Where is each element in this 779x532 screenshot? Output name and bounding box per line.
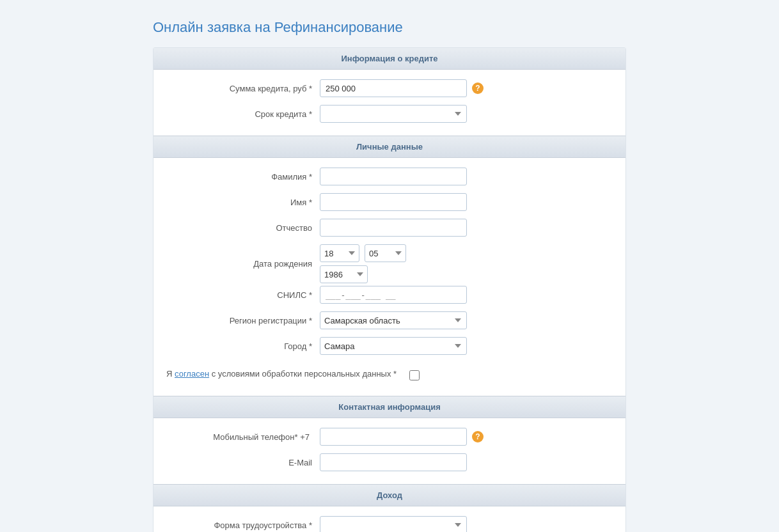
first-name-input[interactable] [320, 193, 467, 211]
credit-term-select[interactable]: 12 месяцев 24 месяца 36 месяцев 48 месяц… [320, 105, 467, 123]
region-row: Регион регистрации * Самарская область М… [153, 311, 626, 329]
email-label: E-Mail [166, 458, 320, 467]
consent-prefix: Я [166, 369, 175, 379]
credit-amount-input[interactable] [320, 79, 467, 97]
phone-input-wrap [320, 428, 467, 446]
email-input[interactable] [320, 453, 467, 471]
application-form: Информация о кредите Сумма кредита, руб … [153, 47, 626, 532]
employment-select[interactable]: Наемный работник Самозанятый Владелец би… [320, 516, 467, 532]
phone-input[interactable] [320, 428, 467, 446]
first-name-row: Имя * [153, 193, 626, 211]
phone-row: Мобильный телефон* +7 ? [153, 428, 626, 446]
email-row: E-Mail [153, 453, 626, 471]
credit-amount-help-icon[interactable]: ? [472, 82, 484, 94]
consent-checkbox[interactable] [409, 370, 420, 380]
city-select[interactable]: Самара Тольятти [320, 337, 467, 355]
middle-name-label: Отчество [166, 223, 320, 233]
last-name-row: Фамилия * [153, 168, 626, 185]
region-label: Регион регистрации * [166, 316, 320, 325]
dob-month-select[interactable]: 05 010203 040607 080910 1112 [365, 244, 406, 262]
first-name-label: Имя * [166, 198, 320, 207]
snils-input[interactable] [320, 286, 467, 304]
consent-row: Я согласен с условиями обработки персона… [153, 363, 626, 387]
page-title: Онлайн заявка на Рефинансирование [153, 19, 626, 36]
dob-selects: 18 123 456 789 101112 131415 1617 1920 2… [320, 244, 406, 283]
snils-row: СНИЛС * [153, 286, 626, 304]
dob-day-select[interactable]: 18 123 456 789 101112 131415 1617 1920 2… [320, 244, 359, 262]
dob-label: Дата рождения [166, 259, 320, 269]
region-select[interactable]: Самарская область Москва Санкт-Петербург [320, 311, 467, 329]
consent-suffix: с условиями обработки персональных данны… [209, 369, 397, 379]
city-row: Город * Самара Тольятти [153, 337, 626, 355]
section-income: Доход [153, 484, 626, 506]
dob-year-select[interactable]: 1986 19501960 19701980 19902000 [320, 265, 368, 283]
credit-amount-row: Сумма кредита, руб * ? [153, 79, 626, 97]
employment-label: Форма трудоустройства * [166, 520, 320, 530]
section-contact-info: Контактная информация [153, 396, 626, 418]
city-label: Город * [166, 341, 320, 351]
last-name-label: Фамилия * [166, 172, 320, 182]
credit-term-label: Срок кредита * [166, 109, 320, 119]
dob-year-row: 1986 19501960 19701980 19902000 [320, 265, 406, 283]
phone-label: Мобильный телефон* +7 [166, 432, 320, 442]
credit-term-row: Срок кредита * 12 месяцев 24 месяца 36 м… [153, 105, 626, 123]
last-name-input[interactable] [320, 168, 467, 185]
phone-help-icon[interactable]: ? [472, 431, 484, 442]
consent-text: Я согласен с условиями обработки персона… [166, 369, 404, 379]
consent-link[interactable]: согласен [175, 369, 209, 379]
section-personal-data: Личные данные [153, 136, 626, 158]
phone-prefix: +7 [300, 432, 310, 442]
middle-name-row: Отчество [153, 219, 626, 237]
snils-label: СНИЛС * [166, 290, 320, 300]
credit-amount-label: Сумма кредита, руб * [166, 84, 320, 93]
employment-row: Форма трудоустройства * Наемный работник… [153, 516, 626, 532]
dob-day-month-row: 18 123 456 789 101112 131415 1617 1920 2… [320, 244, 406, 262]
dob-row: Дата рождения 18 123 456 789 101112 1314… [153, 244, 626, 283]
middle-name-input[interactable] [320, 219, 467, 237]
section-credit-info: Информация о кредите [153, 48, 626, 70]
